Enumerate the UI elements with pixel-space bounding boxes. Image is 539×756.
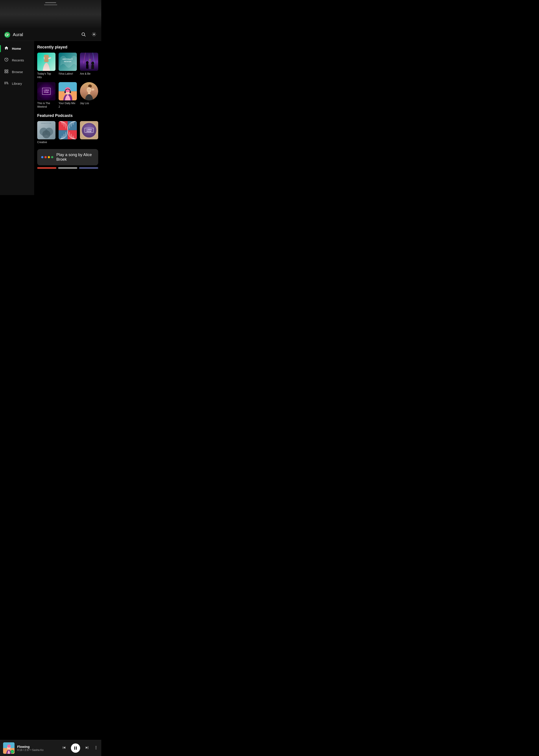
top-background <box>0 0 101 29</box>
search-button[interactable] <box>80 31 87 38</box>
album-item-weeknd[interactable]: LOREM IPSUM. This is The Weeknd <box>37 82 55 109</box>
podcast-cover-1: CREATIVE <box>37 121 55 139</box>
podcast-item-3[interactable]: LOREM IPSUM. <box>80 121 98 144</box>
album-item-ab[interactable]: Are & Be <box>80 53 98 79</box>
sidebar-item-library[interactable]: Library <box>0 78 34 89</box>
assistant-dot-yellow <box>48 156 50 158</box>
vl-artwork: ABSTRACT DESIGN <box>58 53 77 71</box>
podcast-item-1[interactable]: CREATIVE Creative <box>37 121 55 144</box>
svg-line-5 <box>84 35 85 36</box>
drag-handle <box>45 2 56 3</box>
sidebar-item-browse[interactable]: Browse <box>0 66 34 78</box>
home-icon <box>4 46 9 51</box>
svg-rect-55 <box>58 130 68 140</box>
svg-text:IPSUM.: IPSUM. <box>87 131 92 132</box>
bottom-tab-bar <box>37 167 98 169</box>
sidebar-item-label-recents: Recents <box>12 58 24 62</box>
album-label-vl: !Viva Latino! <box>58 72 77 76</box>
podcast-label-1: Creative <box>37 141 55 144</box>
app-header: Aural <box>0 29 101 41</box>
album-cover-ydm: H <box>58 82 77 100</box>
svg-text:IPSUM.: IPSUM. <box>44 91 49 93</box>
album-item-jay[interactable]: Jay Los <box>80 82 98 109</box>
svg-rect-56 <box>68 130 77 140</box>
svg-text:DESIGN: DESIGN <box>64 60 72 62</box>
sidebar-item-label-library: Library <box>12 82 22 85</box>
svg-text:LOREM: LOREM <box>44 89 49 91</box>
recently-played-section: Recently played <box>37 45 98 109</box>
search-icon <box>81 32 86 37</box>
bottom-tab-grey <box>58 167 77 169</box>
svg-rect-11 <box>7 72 8 73</box>
assistant-prompt-text: Play a song by Alice Broek <box>56 153 94 162</box>
svg-rect-10 <box>5 72 6 73</box>
header-actions <box>80 31 97 38</box>
svg-point-4 <box>82 33 85 36</box>
album-label-ab: Are & Be <box>80 72 98 76</box>
bottom-tab-red <box>37 167 56 169</box>
library-icon <box>4 81 9 86</box>
recently-played-grid: Today's Top Hits <box>37 53 98 109</box>
app-logo: Aural <box>4 32 80 38</box>
album-cover-tth <box>37 53 55 71</box>
pod3-artwork: LOREM IPSUM. <box>80 121 98 139</box>
podcast-cover-2 <box>58 121 77 139</box>
svg-text:H: H <box>67 89 68 91</box>
svg-rect-53 <box>58 121 68 130</box>
featured-podcasts-grid: CREATIVE Creative <box>37 121 98 144</box>
sidebar-item-label-home: Home <box>12 47 21 50</box>
svg-point-25 <box>86 61 89 64</box>
podcast-item-2[interactable] <box>58 121 77 144</box>
featured-podcasts-section: Featured Podcasts <box>37 113 98 144</box>
svg-rect-26 <box>86 64 88 69</box>
app-logo-icon <box>4 32 11 38</box>
weeknd-artwork: LOREM IPSUM. <box>37 82 55 100</box>
album-item-ydm[interactable]: H Your Daily Mix 2 <box>58 82 77 109</box>
svg-rect-28 <box>91 65 94 69</box>
sidebar: Home Recents Browse <box>0 41 34 195</box>
assistant-dots <box>41 156 53 158</box>
album-item-vl[interactable]: ABSTRACT DESIGN !Viva Latino! <box>58 53 77 79</box>
album-label-tth: Today's Top Hits <box>37 72 55 79</box>
content-area: Recently played <box>34 41 101 195</box>
svg-rect-43 <box>88 93 90 94</box>
sidebar-item-recents[interactable]: Recents <box>0 54 34 66</box>
svg-rect-37 <box>70 91 71 93</box>
album-label-ydm: Your Daily Mix 2 <box>58 102 77 109</box>
svg-text:LOREM: LOREM <box>87 129 92 130</box>
album-item-tth[interactable]: Today's Top Hits <box>37 53 55 79</box>
recently-played-title: Recently played <box>37 45 98 49</box>
svg-point-52 <box>42 130 50 138</box>
sidebar-item-label-browse: Browse <box>12 70 23 74</box>
assistant-dot-blue <box>41 156 43 158</box>
tth-artwork <box>37 53 55 71</box>
svg-point-6 <box>93 34 95 35</box>
ydm-artwork: H <box>58 82 77 100</box>
app-title: Aural <box>13 32 23 37</box>
podcast-cover-3: LOREM IPSUM. <box>80 121 98 139</box>
svg-point-27 <box>91 62 94 65</box>
album-cover-ab <box>80 53 98 71</box>
svg-text:CREATIVE: CREATIVE <box>41 123 52 124</box>
assistant-bar[interactable]: Play a song by Alice Broek <box>37 149 98 165</box>
assistant-dot-green <box>51 156 53 158</box>
pod2-artwork <box>58 121 77 139</box>
album-cover-jay <box>80 82 98 100</box>
svg-rect-54 <box>68 121 77 130</box>
svg-rect-8 <box>5 70 6 71</box>
svg-text:ABSTRACT: ABSTRACT <box>62 58 73 60</box>
svg-rect-36 <box>64 91 66 93</box>
album-cover-vl: ABSTRACT DESIGN <box>58 53 77 71</box>
sidebar-item-home[interactable]: Home <box>0 43 34 54</box>
svg-point-3 <box>7 34 8 35</box>
svg-rect-9 <box>7 70 8 71</box>
pod1-artwork: CREATIVE <box>37 121 55 139</box>
main-layout: Home Recents Browse <box>0 41 101 195</box>
gear-icon <box>92 32 97 37</box>
browse-icon <box>4 69 9 75</box>
album-label-jay: Jay Los <box>80 102 98 105</box>
featured-podcasts-title: Featured Podcasts <box>37 113 98 118</box>
bottom-tab-blue <box>79 167 98 169</box>
ab-artwork <box>80 53 98 71</box>
settings-button[interactable] <box>91 31 97 38</box>
